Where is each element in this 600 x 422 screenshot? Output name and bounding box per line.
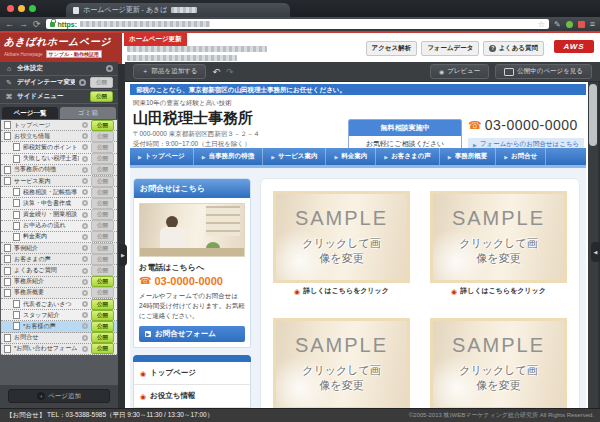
gear-icon[interactable] [82,167,88,173]
page-row-selected[interactable]: *お客様の声公開 [1,321,117,332]
gear-icon[interactable] [82,312,88,318]
page-row[interactable]: サービス案内公開 [1,176,117,187]
page-row[interactable]: 当事務所の特徴公開 [1,165,117,176]
page-row[interactable]: 事例紹介公開 [1,243,117,254]
side-menu-item-top[interactable]: ◉トップページ [134,362,250,385]
tab-page-list[interactable]: ページ一覧 [2,107,58,119]
gear-icon[interactable] [106,65,113,72]
gear-icon[interactable] [82,268,88,274]
page-row[interactable]: 失敗しない税理士選び公開 [1,154,117,165]
sidebar-collapse-handle[interactable]: ▶ [119,244,127,266]
panel-collapse-handle[interactable]: ◀ [591,242,600,262]
nav-item-pricing[interactable]: ▶料金案内 [326,148,376,165]
sidebar-item-side-menu[interactable]: ⌘サイドメニュー公開 [0,90,118,104]
nav-item-features[interactable]: ▶当事務所の特徴 [194,148,264,165]
publish-badge[interactable]: 公開 [91,187,114,198]
page-row[interactable]: 事務所概要公開 [1,288,117,299]
green-extension-icon[interactable] [566,21,573,28]
sample-image[interactable]: SAMPLE クリックして画像を変更 [273,318,410,409]
gear-icon[interactable] [82,245,88,251]
page-row[interactable]: お客さまの声公開 [1,254,117,265]
publish-badge[interactable]: 公開 [91,276,114,287]
page-row[interactable]: 資金繰り・開業相談公開 [1,210,117,221]
browser-menu-icon[interactable]: ≡ [590,19,595,29]
publish-badge[interactable]: 公開 [91,176,114,187]
close-window-button[interactable] [7,5,14,12]
gear-icon[interactable] [82,200,88,206]
add-page-button[interactable]: ＋ページ追加 [8,389,110,403]
forward-icon[interactable]: → [19,19,28,29]
sample-image[interactable]: SAMPLE クリックして画像を変更 [430,191,567,283]
tab-trash[interactable]: ゴミ箱 [60,107,116,119]
back-icon[interactable]: ← [5,19,14,29]
publish-badge[interactable]: 公開 [91,220,114,231]
scrollbar-thumb[interactable] [589,84,597,146]
gear-icon[interactable] [82,323,88,329]
publish-badge[interactable]: 公開 [91,321,114,332]
view-published-button[interactable]: 公開中のページを見る [495,64,592,79]
gear-icon[interactable] [82,256,88,262]
page-row[interactable]: よくあるご質問公開 [1,265,117,276]
nav-item-services[interactable]: ▶サービス案内 [263,148,326,165]
publish-badge[interactable]: 公開 [91,131,114,142]
publish-badge[interactable]: 公開 [91,209,114,220]
reload-icon[interactable]: ⟳ [33,19,41,29]
publish-badge[interactable]: 公開 [91,254,114,265]
gear-icon[interactable] [82,234,88,240]
publish-badge[interactable]: 公開 [91,287,114,298]
sample-image[interactable]: SAMPLE クリックして画像を変更 [273,191,410,283]
gear-icon[interactable] [82,301,88,307]
redo-icon[interactable]: ↷ [226,67,234,77]
undo-icon[interactable]: ↶ [212,67,220,77]
bookmark-star-icon[interactable]: ☆ [538,20,545,29]
preview-button[interactable]: ◉プレビュー [430,64,489,79]
gear-icon[interactable] [82,346,88,352]
publish-badge[interactable]: 公開 [91,299,114,310]
sample-caption-link[interactable]: ◉詳しくはこちらをクリック [273,286,410,296]
page-row[interactable]: 税務相談・記帳指導公開 [1,187,117,198]
page-row[interactable]: 料金案内公開 [1,232,117,243]
add-part-button[interactable]: ＋部品を追加する [133,64,206,79]
page-row[interactable]: お役立ち情報公開 [1,131,117,142]
page-row[interactable]: 代表者ごあいさつ公開 [1,299,117,310]
faq-button[interactable]: ?よくある質問 [483,41,544,56]
page-row[interactable]: お問合せ公開 [1,333,117,344]
gear-icon[interactable] [82,133,88,139]
minimize-window-button[interactable] [18,5,25,12]
publish-badge[interactable]: 公開 [91,332,114,343]
sample-caption-link[interactable]: ◉詳しくはこちらをクリック [430,286,567,296]
gear-icon[interactable] [82,212,88,218]
nav-item-top[interactable]: ▶トップページ [130,148,194,165]
gear-icon[interactable] [82,335,88,341]
form-data-button[interactable]: フォームデータ [421,41,479,56]
publish-badge[interactable]: 公開 [91,153,114,164]
zoom-window-button[interactable] [29,5,36,12]
contact-box-title[interactable]: お問合せはこちら [134,179,250,198]
gear-icon[interactable] [82,279,88,285]
publish-badge[interactable]: 公開 [91,343,114,354]
site-notice-bar[interactable]: 節税のことなら、東京都新宿区の山田税理士事務所にお任せください。 [130,84,586,95]
gear-icon[interactable] [82,290,88,296]
gear-icon[interactable] [82,178,88,184]
publish-badge[interactable]: 公開 [91,231,114,242]
access-analysis-button[interactable]: アクセス解析 [366,41,418,56]
sidebar-item-design-theme[interactable]: ✎デザインテーマ変更公開 [0,76,118,90]
nav-item-profile[interactable]: ▶事務所概要 [440,148,496,165]
contact-form-button[interactable]: ▶ お問合せフォーム [139,326,245,342]
page-row[interactable]: 事務所紹介公開 [1,277,117,288]
publish-badge[interactable]: 公開 [91,120,114,131]
publish-badge[interactable]: 公開 [91,265,114,276]
page-row-top[interactable]: トップページ公開 [1,120,117,131]
sidebar-item-global-settings[interactable]: ⌂全体設定 [0,62,118,76]
nav-item-voices[interactable]: ▶お客さまの声 [376,148,439,165]
page-row[interactable]: 節税対策のポイント公開 [1,142,117,153]
gear-icon[interactable] [82,156,88,162]
address-bar[interactable]: https: ☆ [46,19,549,29]
page-row[interactable]: *お問い合わせフォーム公開 [1,344,117,355]
page-row[interactable]: 決算・申告書作成公開 [1,198,117,209]
publish-badge[interactable]: 公開 [91,164,114,175]
sample-image[interactable]: SAMPLE クリックして画像を変更 [430,318,567,409]
site-catchphrase[interactable]: 関東10年の豊富な経験と高い技術 [133,99,586,108]
publish-badge[interactable]: 公開 [91,243,114,254]
gear-icon[interactable] [82,122,88,128]
